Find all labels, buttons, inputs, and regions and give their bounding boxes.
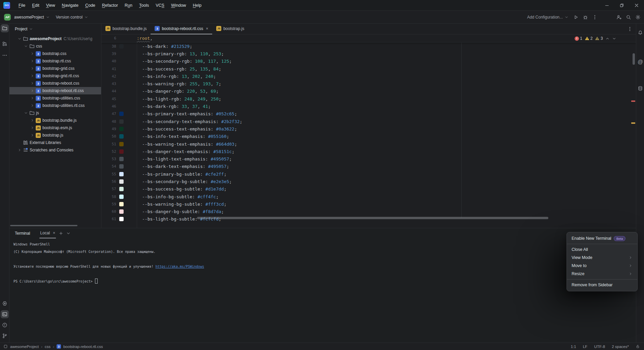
project-selector[interactable]: awesomeProject xyxy=(14,15,50,20)
services-tool-button[interactable] xyxy=(1,299,9,308)
editor-tab-bootstrap.bundle.js[interactable]: JS bootstrap.bundle.js xyxy=(101,24,151,34)
warning-stripe-mark[interactable] xyxy=(631,122,635,124)
code-line[interactable]: 47 --bs-primary-text-emphasis: #052c65; xyxy=(101,110,636,118)
horizontal-scrollbar[interactable] xyxy=(197,217,548,219)
lock-open-icon[interactable] xyxy=(636,344,640,349)
chevron-down-icon[interactable] xyxy=(23,44,29,48)
menu-window[interactable]: Window xyxy=(168,2,189,9)
color-swatch[interactable] xyxy=(119,157,124,161)
sticky-line[interactable]: 6 :root, xyxy=(101,34,636,42)
inspections-widget[interactable]: !123 xyxy=(575,36,616,41)
new-terminal-button[interactable] xyxy=(59,231,63,236)
chevron-right-icon[interactable] xyxy=(17,148,22,152)
color-swatch[interactable] xyxy=(119,142,124,146)
tree-item-css[interactable]: css xyxy=(9,42,101,50)
chevron-right-icon[interactable] xyxy=(29,59,35,63)
code-line[interactable]: 54 --bs-dark-text-emphasis: #495057; xyxy=(101,163,636,170)
color-swatch[interactable] xyxy=(119,149,124,154)
chevron-right-icon[interactable] xyxy=(29,81,35,85)
tree-item-Scratches and Consoles[interactable]: Scratches and Consoles xyxy=(9,146,101,154)
chevron-right-icon[interactable] xyxy=(29,89,35,93)
tree-item-bootstrap.bundle.js[interactable]: JS bootstrap.bundle.js xyxy=(9,117,101,124)
tree-item-bootstrap-utilities.rtl.css[interactable]: 3 bootstrap-utilities.rtl.css xyxy=(9,102,101,109)
menu-navigate[interactable]: Navigate xyxy=(59,2,82,9)
code-line[interactable]: 58 --bs-info-bg-subtle: #cff4fc; xyxy=(101,193,636,200)
code-lines[interactable]: 38 --bs-dark: #212529; 39 --bs-primary-r… xyxy=(101,42,636,223)
more-actions-button[interactable] xyxy=(590,12,600,22)
color-swatch[interactable] xyxy=(119,119,124,124)
close-icon[interactable]: × xyxy=(206,26,208,31)
inspection-error[interactable]: !1 xyxy=(575,36,582,41)
tree-item-bootstrap-reboot.rtl.css[interactable]: 3 bootstrap-reboot.rtl.css xyxy=(9,87,101,94)
run-configuration-selector[interactable]: Add Configuration... xyxy=(527,15,569,20)
color-swatch[interactable] xyxy=(119,44,124,49)
color-swatch[interactable] xyxy=(119,172,124,176)
breadcrumb-item[interactable]: css xyxy=(45,345,51,349)
code-line[interactable]: 57 --bs-success-bg-subtle: #d1e7dd; xyxy=(101,185,636,193)
menu-vcs[interactable]: VCS xyxy=(153,2,167,9)
terminal-tool-button[interactable] xyxy=(1,310,9,318)
code-line[interactable]: 42 --bs-info-rgb: 13, 202, 240; xyxy=(101,72,636,80)
chevron-down-icon[interactable] xyxy=(17,37,22,41)
run-button[interactable] xyxy=(571,12,581,22)
inspection-weak_warning[interactable]: 3 xyxy=(595,36,603,41)
tree-item-bootstrap.rtl.css[interactable]: 3 bootstrap.rtl.css xyxy=(9,57,101,65)
avatar[interactable]: AP xyxy=(4,14,11,21)
database-button[interactable] xyxy=(638,86,643,91)
code-line[interactable]: 56 --bs-secondary-bg-subtle: #e2e3e5; xyxy=(101,178,636,185)
code-line[interactable]: 39 --bs-primary-rgb: 13, 110, 253; xyxy=(101,50,636,57)
tree-item-External Libraries[interactable]: External Libraries xyxy=(9,139,101,146)
chevron-down-icon[interactable] xyxy=(23,111,29,115)
ai-assistant-button[interactable]: @ xyxy=(638,59,643,65)
color-swatch[interactable] xyxy=(119,209,124,214)
context-menu-item-resize[interactable]: Resize xyxy=(567,270,637,278)
code-line[interactable]: 41 --bs-success-rgb: 25, 135, 84; xyxy=(101,65,636,72)
menu-file[interactable]: File xyxy=(15,2,28,9)
project-horizontal-scrollbar[interactable] xyxy=(10,225,77,226)
color-swatch[interactable] xyxy=(119,217,124,221)
color-swatch[interactable] xyxy=(119,164,124,169)
menu-view[interactable]: View xyxy=(43,2,58,9)
tree-item-bootstrap.esm.js[interactable]: JS bootstrap.esm.js xyxy=(9,124,101,132)
tab-options-button[interactable] xyxy=(627,26,633,32)
chevron-right-icon[interactable] xyxy=(29,126,35,130)
code-line[interactable]: 50 --bs-info-text-emphasis: #055160; xyxy=(101,133,636,140)
editor-tab-bootstrap-reboot.rtl.css[interactable]: 3 bootstrap-reboot.rtl.css × xyxy=(151,24,212,34)
context-menu-item-view-mode[interactable]: View Mode xyxy=(567,254,637,262)
code-line[interactable]: 51 --bs-warning-text-emphasis: #664d03; xyxy=(101,140,636,148)
color-swatch[interactable] xyxy=(119,127,124,131)
previous-problem-button[interactable] xyxy=(605,36,610,41)
editor-tab-bootstrap.js[interactable]: JS bootstrap.js xyxy=(212,24,248,34)
menu-help[interactable]: Help xyxy=(190,2,204,9)
tree-item-bootstrap-grid.css[interactable]: 3 bootstrap-grid.css xyxy=(9,65,101,72)
settings-button[interactable] xyxy=(633,12,643,22)
code-line[interactable]: 46 --bs-dark-rgb: 33, 37, 41; xyxy=(101,103,636,110)
color-swatch[interactable] xyxy=(119,195,124,199)
code-line[interactable]: 49 --bs-success-text-emphasis: #0a3622; xyxy=(101,125,636,133)
tree-item-bootstrap-grid.rtl.css[interactable]: 3 bootstrap-grid.rtl.css xyxy=(9,72,101,80)
vcs-selector[interactable]: Version control xyxy=(56,15,88,20)
chevron-right-icon[interactable] xyxy=(29,74,35,78)
context-menu-item-close-all[interactable]: Close All xyxy=(567,245,637,254)
next-problem-button[interactable] xyxy=(612,36,616,41)
context-menu-item-remove-from-sidebar[interactable]: Remove from Sidebar xyxy=(567,281,637,289)
code-line[interactable]: 38 --bs-dark: #212529; xyxy=(101,42,636,50)
editor-content[interactable]: 6 :root, 38 --bs-dark: #212529; 39 --bs-… xyxy=(101,34,636,228)
close-icon[interactable]: × xyxy=(53,231,55,235)
context-menu-item-move-to[interactable]: Move to xyxy=(567,262,637,270)
notifications-button[interactable] xyxy=(638,30,643,35)
tree-item-js[interactable]: js xyxy=(9,109,101,117)
menu-tools[interactable]: Tools xyxy=(136,2,152,9)
chevron-right-icon[interactable] xyxy=(29,52,35,56)
chevron-right-icon[interactable] xyxy=(29,96,35,100)
terminal-output[interactable]: Windows PowerShell(C) Корпорация Майкрос… xyxy=(9,238,636,285)
terminal-link[interactable]: https://aka.ms/PSWindows xyxy=(155,265,204,268)
structure-tool-button[interactable] xyxy=(1,40,9,48)
menu-edit[interactable]: Edit xyxy=(29,2,42,9)
add-user-button[interactable] xyxy=(614,12,624,22)
code-line[interactable]: 59 --bs-warning-bg-subtle: #fff3cd; xyxy=(101,200,636,208)
code-line[interactable]: 43 --bs-warning-rgb: 255, 193, 7; xyxy=(101,80,636,87)
code-line[interactable]: 44 --bs-danger-rgb: 220, 53, 69; xyxy=(101,88,636,95)
tree-item-bootstrap-utilities.css[interactable]: 3 bootstrap-utilities.css xyxy=(9,94,101,102)
terminal-options-button[interactable] xyxy=(66,231,71,236)
